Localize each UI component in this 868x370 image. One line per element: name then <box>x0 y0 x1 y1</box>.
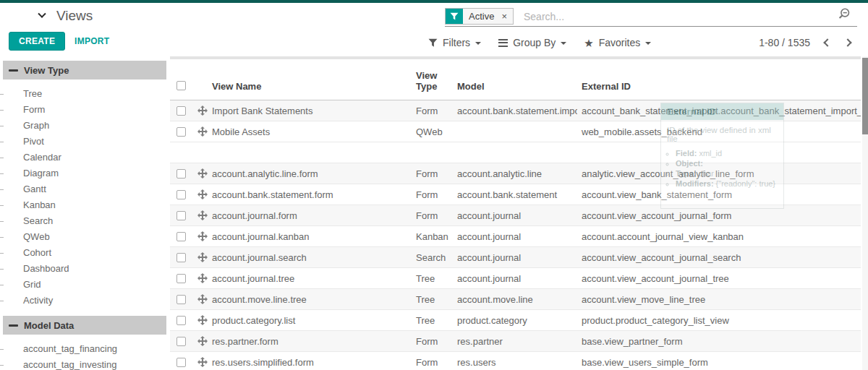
view-type-cell: Form <box>412 210 453 221</box>
sidebar-item-account-tag-financing[interactable]: account_tag_financing <box>0 341 170 357</box>
drag-handle-icon[interactable] <box>197 126 208 137</box>
drag-handle-icon[interactable] <box>197 189 208 199</box>
drag-handle-icon[interactable] <box>197 252 208 262</box>
sidebar-item-tree[interactable]: Tree <box>0 86 170 102</box>
groupby-bars-icon <box>498 39 508 47</box>
breadcrumb: Views <box>39 8 93 24</box>
column-header-view-type[interactable]: View Type <box>412 70 453 100</box>
model-data-list: account_tag_financingaccount_tag_investi… <box>0 341 170 370</box>
row-checkbox[interactable] <box>176 211 186 220</box>
sidebar-item-diagram[interactable]: Diagram <box>0 165 170 181</box>
drag-handle-icon[interactable] <box>197 294 208 304</box>
table-row[interactable]: account.move.line.treeTreeaccount.move.l… <box>170 289 861 310</box>
facet-close-icon[interactable]: × <box>500 9 513 24</box>
filters-dropdown[interactable]: Filters <box>428 37 481 48</box>
row-checkbox[interactable] <box>176 232 186 241</box>
section-minus-icon <box>9 324 18 327</box>
external-id-cell: base.view_users_simple_form <box>577 357 861 368</box>
scrollbar-thumb[interactable] <box>862 58 868 134</box>
drag-handle-icon[interactable] <box>197 210 208 220</box>
table-row[interactable]: res.users.simplified.formFormres.usersba… <box>170 352 861 370</box>
table-row[interactable]: account.journal.searchSearchaccount.jour… <box>170 247 861 268</box>
section-minus-icon <box>9 69 18 72</box>
section-title: View Type <box>24 65 69 76</box>
sidebar-item-grid[interactable]: Grid <box>0 277 170 293</box>
drag-handle-icon[interactable] <box>197 357 208 367</box>
filters-label: Filters <box>443 37 470 48</box>
table-header: View Name View Type Model External ID <box>170 59 861 100</box>
select-all-checkbox[interactable] <box>176 81 186 90</box>
table-row[interactable]: account.journal.formFormaccount.journala… <box>170 205 861 226</box>
sidebar-item-qweb[interactable]: QWeb <box>0 229 170 245</box>
row-checkbox[interactable] <box>176 190 186 199</box>
table-row[interactable]: account.journal.treeTreeaccount.journala… <box>170 268 861 289</box>
table-row[interactable]: product.category.listTreeproduct.categor… <box>170 310 861 331</box>
row-checkbox[interactable] <box>176 358 186 367</box>
drag-handle-icon[interactable] <box>197 231 208 241</box>
row-checkbox[interactable] <box>176 253 186 262</box>
row-checkbox[interactable] <box>176 274 186 283</box>
model-cell: product.category <box>453 315 577 326</box>
sidebar-item-gantt[interactable]: Gantt <box>0 181 170 197</box>
table-row[interactable]: account.bank.statement.formFormaccount.b… <box>170 184 861 205</box>
create-button[interactable]: CREATE <box>9 32 65 51</box>
groupby-label: Group By <box>513 37 556 48</box>
view-type-cell: Form <box>412 336 453 347</box>
sidebar-item-cohort[interactable]: Cohort <box>0 245 170 261</box>
sidebar-item-search[interactable]: Search <box>0 213 170 229</box>
view-name-cell: product.category.list <box>210 315 412 326</box>
sidebar-item-form[interactable]: Form <box>0 102 170 118</box>
table-row[interactable]: account.journal.kanbanKanbanaccount.jour… <box>170 226 861 247</box>
sidebar-item-graph[interactable]: Graph <box>0 118 170 134</box>
views-menu-caret-icon[interactable] <box>38 10 46 18</box>
view-type-list: TreeFormGraphPivotCalendarDiagramGanttKa… <box>0 86 170 309</box>
vertical-scrollbar[interactable] <box>862 56 868 370</box>
search-facet-active[interactable]: Active × <box>445 8 514 25</box>
view-type-cell: Form <box>412 106 453 116</box>
sidebar-item-calendar[interactable]: Calendar <box>0 150 170 165</box>
sidebar-item-account-tag-investing[interactable]: account_tag_investing <box>0 357 170 370</box>
table-row[interactable]: account.analytic.line.formFormaccount.an… <box>170 163 861 184</box>
favorites-dropdown[interactable]: ★ Favorites <box>584 37 651 48</box>
list-view: View Name View Type Model External ID Im… <box>170 56 868 370</box>
view-type-cell: QWeb <box>412 126 453 137</box>
header: Views Active × <box>0 3 868 29</box>
row-checkbox[interactable] <box>176 295 186 304</box>
search-input[interactable] <box>514 11 838 22</box>
external-id-cell: analytic.view_account_analytic_line_form <box>577 168 861 179</box>
pager-next-icon[interactable] <box>843 38 851 46</box>
table-row[interactable]: Import Bank StatementsFormaccount.bank.s… <box>170 100 861 121</box>
view-type-cell: Tree <box>412 315 453 326</box>
column-header-external-id[interactable]: External ID <box>577 81 861 100</box>
pager-prev-icon[interactable] <box>823 38 831 46</box>
view-type-cell: Kanban <box>412 231 453 242</box>
row-checkbox[interactable] <box>176 106 186 116</box>
table-row[interactable]: Mobile AssetsQWebweb_mobile.assets_backe… <box>170 121 861 142</box>
sidebar-item-kanban[interactable]: Kanban <box>0 197 170 213</box>
drag-handle-icon[interactable] <box>197 336 208 346</box>
sidebar-item-dashboard[interactable]: Dashboard <box>0 261 170 277</box>
model-cell: account.bank.statement.import <box>453 106 577 116</box>
search-magnifier-icon[interactable] <box>838 7 851 24</box>
import-button[interactable]: IMPORT <box>70 35 114 47</box>
table-row[interactable]: res.partner.formFormres.partnerbase.view… <box>170 331 861 352</box>
drag-handle-icon[interactable] <box>197 168 208 178</box>
drag-handle-icon[interactable] <box>197 315 208 325</box>
column-header-model[interactable]: Model <box>453 81 577 100</box>
search-facet-label: Active <box>463 9 500 24</box>
external-id-cell: web_mobile.assets_backend <box>577 126 861 137</box>
row-checkbox[interactable] <box>176 337 186 346</box>
groupby-dropdown[interactable]: Group By <box>498 37 566 48</box>
search-bar[interactable]: Active × <box>445 7 857 27</box>
row-checkbox[interactable] <box>176 127 186 137</box>
drag-handle-icon[interactable] <box>197 106 208 116</box>
favorites-star-icon: ★ <box>584 38 593 48</box>
row-checkbox[interactable] <box>176 169 186 178</box>
external-id-cell: account.view_account_journal_tree <box>577 273 861 284</box>
sidebar-item-pivot[interactable]: Pivot <box>0 134 170 150</box>
row-checkbox[interactable] <box>176 316 186 325</box>
sidebar-item-activity[interactable]: Activity <box>0 293 170 309</box>
external-id-cell: account.account_journal_view_kanban <box>577 231 861 242</box>
column-header-view-name[interactable]: View Name <box>210 81 412 100</box>
drag-handle-icon[interactable] <box>197 273 208 283</box>
